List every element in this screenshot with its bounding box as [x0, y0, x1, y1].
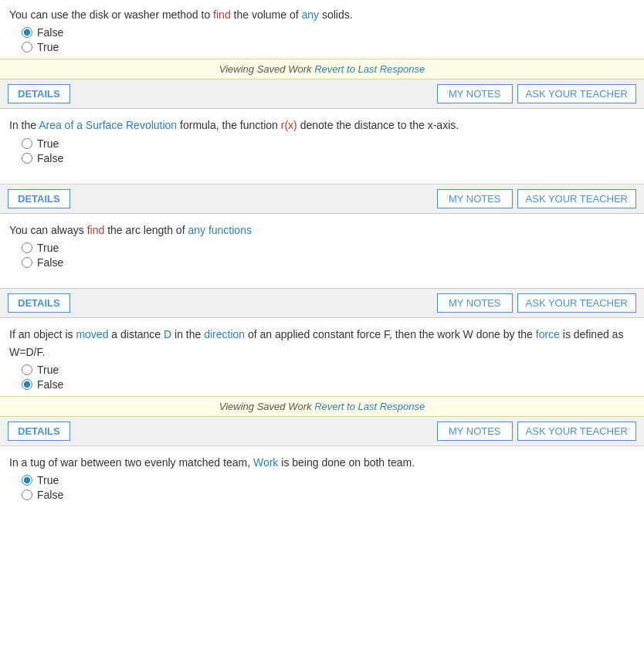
q1-text-in: In the — [9, 119, 39, 131]
q3-option-false[interactable]: False — [22, 378, 635, 391]
q3-radio-false[interactable] — [22, 379, 32, 390]
q1-label-true: True — [37, 137, 59, 150]
q3-text-D: D — [164, 328, 171, 340]
q4-text-work: Work — [253, 456, 278, 469]
q0-option-false[interactable]: False — [22, 26, 635, 39]
q3-notes-button[interactable]: MY NOTES — [437, 293, 513, 313]
q3-text-in: in the — [171, 328, 204, 340]
q0-option-true[interactable]: True — [22, 41, 635, 53]
q2-option-false[interactable]: False — [22, 256, 635, 269]
question-text-q0: You can use the disk or washer method to… — [9, 6, 635, 23]
q1-options: True False — [9, 137, 635, 164]
q2-body: You can always find the arc length of an… — [0, 214, 644, 274]
q4-option-false[interactable]: False — [22, 489, 635, 501]
q3-text: If an object is moved a distance D in th… — [9, 326, 635, 361]
q4-details-button[interactable]: DETAILS — [8, 422, 70, 441]
q3-banner-link[interactable]: Revert to Last Response — [314, 401, 425, 412]
q1-label-false: False — [37, 152, 63, 164]
q1-option-false[interactable]: False — [22, 152, 635, 164]
q4-text-being: is being done on both team. — [278, 456, 415, 469]
q0-label-false: False — [37, 26, 63, 39]
q0-text2: the volume of — [231, 8, 302, 21]
q2-toolbar: DETAILS MY NOTES ASK YOUR TEACHER — [0, 185, 644, 214]
q3-text-force: force — [536, 328, 560, 340]
question-top-section: You can use the disk or washer method to… — [0, 0, 644, 59]
q4-ask-button[interactable]: ASK YOUR TEACHER — [517, 422, 636, 441]
q1-text-area: Area of a Surface Revolution — [39, 119, 177, 131]
q1-text-rest: denote the distance to the x-axis. — [297, 119, 459, 131]
q0-banner-link[interactable]: Revert to Last Response — [314, 63, 425, 75]
q0-label-true: True — [37, 41, 59, 53]
q0-radio-false[interactable] — [22, 27, 32, 38]
q1-option-true[interactable]: True — [22, 137, 635, 150]
q4-text-in: In a tug of war between two evenly match… — [9, 456, 253, 469]
q0-text3: solids. — [319, 8, 353, 21]
q2-ask-button[interactable]: ASK YOUR TEACHER — [517, 189, 636, 208]
q3-option-true[interactable]: True — [22, 364, 635, 376]
q0-find: find — [213, 8, 231, 21]
q3-options: True False — [9, 364, 635, 391]
q0-banner-text: Viewing Saved Work — [219, 63, 312, 75]
q2-text-you: You can always — [9, 224, 87, 236]
q1-text: In the Area of a Surface Revolution form… — [9, 117, 635, 134]
q4-body: In a tug of war between two evenly match… — [0, 446, 644, 506]
q0-banner: Viewing Saved Work Revert to Last Respon… — [0, 59, 644, 80]
q2-label-true: True — [37, 242, 59, 254]
q3-text-dist: a distance — [108, 328, 164, 340]
q3-text-if: If an object is — [9, 328, 76, 340]
q1-ask-button[interactable]: ASK YOUR TEACHER — [517, 84, 636, 103]
q1-text-formula: formula, the function — [177, 119, 281, 131]
q3-label-true: True — [37, 364, 59, 376]
q0-text: You can use the disk or washer method to — [9, 8, 213, 21]
q1-toolbar: DETAILS MY NOTES ASK YOUR TEACHER — [0, 80, 644, 109]
q4-radio-false[interactable] — [22, 489, 32, 500]
q4-label-true: True — [37, 474, 59, 486]
q1-body: In the Area of a Surface Revolution form… — [0, 109, 644, 169]
q3-toolbar: DETAILS MY NOTES ASK YOUR TEACHER — [0, 289, 644, 318]
q1-details-button[interactable]: DETAILS — [8, 84, 70, 103]
q0-options: False True — [9, 26, 635, 53]
q2-text-arc: the arc length of — [104, 224, 188, 236]
q2-radio-false[interactable] — [22, 257, 32, 268]
q2-notes-button[interactable]: MY NOTES — [437, 189, 513, 208]
q4-label-false: False — [37, 489, 63, 501]
q1-radio-false[interactable] — [22, 153, 32, 164]
q3-label-false: False — [37, 378, 63, 391]
q0-any: any — [302, 8, 320, 21]
q2-details-button[interactable]: DETAILS — [8, 189, 70, 208]
q1-notes-button[interactable]: MY NOTES — [437, 84, 513, 103]
q4-text: In a tug of war between two evenly match… — [9, 454, 635, 471]
q2-option-true[interactable]: True — [22, 242, 635, 254]
q3-banner: Viewing Saved Work Revert to Last Respon… — [0, 396, 644, 417]
q2-options: True False — [9, 242, 635, 269]
q3-radio-true[interactable] — [22, 364, 32, 375]
q2-radio-true[interactable] — [22, 242, 32, 253]
q3-text-moved: moved — [76, 328, 108, 340]
q3-text-dir: direction — [204, 328, 245, 340]
q4-toolbar: DETAILS MY NOTES ASK YOUR TEACHER — [0, 417, 644, 446]
q1-radio-true[interactable] — [22, 138, 32, 149]
q4-notes-button[interactable]: MY NOTES — [437, 422, 513, 441]
q2-text-find: find — [87, 224, 105, 236]
q2-text: You can always find the arc length of an… — [9, 222, 635, 239]
q3-ask-button[interactable]: ASK YOUR TEACHER — [517, 293, 636, 313]
q4-option-true[interactable]: True — [22, 474, 635, 486]
q1-text-rx: r(x) — [281, 119, 297, 131]
q3-text-of: of an applied constant force F, then the… — [245, 328, 536, 340]
q2-text-any: any functions — [188, 224, 252, 236]
q4-options: True False — [9, 474, 635, 501]
q2-label-false: False — [37, 256, 63, 269]
q3-body: If an object is moved a distance D in th… — [0, 318, 644, 396]
q3-banner-text: Viewing Saved Work — [219, 401, 312, 412]
q4-radio-true[interactable] — [22, 475, 32, 486]
q3-details-button[interactable]: DETAILS — [8, 293, 70, 313]
q0-radio-true[interactable] — [22, 42, 32, 52]
